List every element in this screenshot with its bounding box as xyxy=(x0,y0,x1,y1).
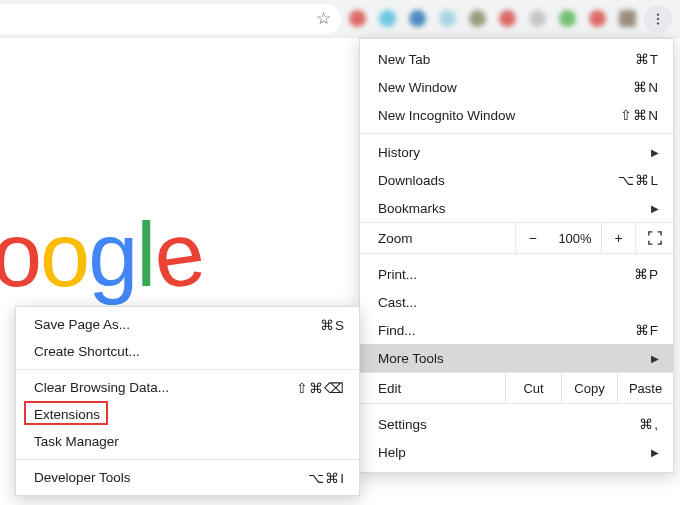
menu-more-tools[interactable]: More Tools ▶ xyxy=(360,344,673,372)
submenu-extensions[interactable]: Extensions xyxy=(16,401,359,428)
submenu-create-shortcut[interactable]: Create Shortcut... xyxy=(16,338,359,365)
extensions-strip xyxy=(347,10,638,27)
menu-edit-row: Edit Cut Copy Paste xyxy=(360,372,673,404)
svg-point-0 xyxy=(657,13,659,15)
menu-label: Extensions xyxy=(34,407,345,422)
menu-new-tab[interactable]: New Tab ⌘T xyxy=(360,45,673,73)
menu-shortcut: ⌘S xyxy=(320,317,345,333)
menu-label: More Tools xyxy=(378,351,643,366)
menu-settings[interactable]: Settings ⌘, xyxy=(360,410,673,438)
menu-label: Downloads xyxy=(378,173,618,188)
edit-paste-button[interactable]: Paste xyxy=(617,373,673,403)
menu-label: Print... xyxy=(378,267,634,282)
menu-shortcut: ⌘F xyxy=(635,322,659,338)
menu-label: Clear Browsing Data... xyxy=(34,380,296,395)
menu-label: Settings xyxy=(378,417,639,432)
menu-label: Cast... xyxy=(378,295,659,310)
fullscreen-button[interactable] xyxy=(635,223,673,253)
extension-icon[interactable] xyxy=(409,10,426,27)
chrome-menu-button[interactable] xyxy=(644,5,672,33)
chrome-main-menu: New Tab ⌘T New Window ⌘N New Incognito W… xyxy=(359,38,674,473)
profile-avatar[interactable] xyxy=(619,10,636,27)
extension-icon[interactable] xyxy=(559,10,576,27)
menu-label: New Window xyxy=(378,80,633,95)
menu-shortcut: ⌥⌘L xyxy=(618,172,659,188)
address-bar-tail[interactable]: ☆ xyxy=(0,4,341,34)
extension-icon[interactable] xyxy=(439,10,456,27)
vertical-dots-icon xyxy=(651,12,665,26)
extension-icon[interactable] xyxy=(499,10,516,27)
menu-label: New Incognito Window xyxy=(378,108,620,123)
submenu-arrow-icon: ▶ xyxy=(651,147,659,158)
menu-find[interactable]: Find... ⌘F xyxy=(360,316,673,344)
edit-copy-button[interactable]: Copy xyxy=(561,373,617,403)
extension-icon[interactable] xyxy=(529,10,546,27)
google-logo: oogle xyxy=(0,210,202,300)
menu-new-window[interactable]: New Window ⌘N xyxy=(360,73,673,101)
bookmark-star-icon[interactable]: ☆ xyxy=(316,8,331,29)
extension-icon[interactable] xyxy=(469,10,486,27)
extension-icon[interactable] xyxy=(589,10,606,27)
submenu-arrow-icon: ▶ xyxy=(651,353,659,364)
submenu-developer-tools[interactable]: Developer Tools ⌥⌘I xyxy=(16,464,359,491)
submenu-clear-browsing-data[interactable]: Clear Browsing Data... ⇧⌘⌫ xyxy=(16,374,359,401)
zoom-label: Zoom xyxy=(360,231,515,246)
svg-point-1 xyxy=(657,17,659,19)
more-tools-submenu: Save Page As... ⌘S Create Shortcut... Cl… xyxy=(15,306,360,496)
menu-label: New Tab xyxy=(378,52,635,67)
menu-cast[interactable]: Cast... xyxy=(360,288,673,316)
menu-zoom-row: Zoom − 100% + xyxy=(360,222,673,254)
submenu-save-page-as[interactable]: Save Page As... ⌘S xyxy=(16,311,359,338)
submenu-arrow-icon: ▶ xyxy=(651,203,659,214)
svg-point-2 xyxy=(657,22,659,24)
menu-print[interactable]: Print... ⌘P xyxy=(360,260,673,288)
edit-label: Edit xyxy=(360,381,505,396)
extension-icon[interactable] xyxy=(349,10,366,27)
zoom-out-button[interactable]: − xyxy=(515,223,549,253)
submenu-task-manager[interactable]: Task Manager xyxy=(16,428,359,455)
menu-label: Help xyxy=(378,445,643,460)
menu-label: Find... xyxy=(378,323,635,338)
menu-label: Save Page As... xyxy=(34,317,320,332)
menu-label: Create Shortcut... xyxy=(34,344,345,359)
extension-icon[interactable] xyxy=(379,10,396,27)
menu-help[interactable]: Help ▶ xyxy=(360,438,673,466)
menu-new-incognito[interactable]: New Incognito Window ⇧⌘N xyxy=(360,101,673,129)
zoom-in-button[interactable]: + xyxy=(601,223,635,253)
edit-cut-button[interactable]: Cut xyxy=(505,373,561,403)
menu-shortcut: ⌥⌘I xyxy=(308,470,345,486)
menu-label: Developer Tools xyxy=(34,470,308,485)
menu-label: Task Manager xyxy=(34,434,345,449)
menu-history[interactable]: History ▶ xyxy=(360,138,673,166)
menu-bookmarks[interactable]: Bookmarks ▶ xyxy=(360,194,673,222)
menu-downloads[interactable]: Downloads ⌥⌘L xyxy=(360,166,673,194)
fullscreen-icon xyxy=(648,231,662,245)
browser-toolbar: ☆ xyxy=(0,0,680,38)
menu-shortcut: ⌘, xyxy=(639,416,659,432)
menu-shortcut: ⌘P xyxy=(634,266,659,282)
menu-shortcut: ⌘T xyxy=(635,51,659,67)
menu-shortcut: ⌘N xyxy=(633,79,659,95)
menu-label: History xyxy=(378,145,643,160)
menu-shortcut: ⇧⌘⌫ xyxy=(296,380,345,396)
menu-shortcut: ⇧⌘N xyxy=(620,107,659,123)
submenu-arrow-icon: ▶ xyxy=(651,447,659,458)
menu-label: Bookmarks xyxy=(378,201,643,216)
zoom-level: 100% xyxy=(549,223,601,253)
